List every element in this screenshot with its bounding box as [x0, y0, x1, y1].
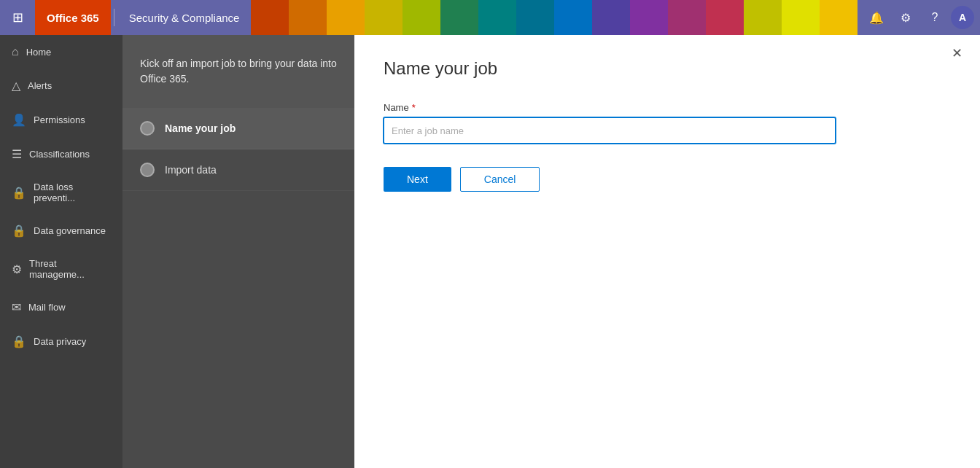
wizard-step-import-data[interactable]: Import data [122, 149, 354, 191]
sidebar-item-classifications-label: Classifications [29, 149, 90, 160]
avatar[interactable]: A [951, 6, 974, 29]
data-privacy-icon: 🔒 [12, 335, 26, 348]
sidebar-item-data-privacy-label: Data privacy [34, 336, 86, 347]
main-layout: ⌂ Home △ Alerts 👤 Permissions ☰ Classifi… [0, 35, 980, 468]
topbar-rainbow [251, 0, 858, 35]
step-1-circle [140, 121, 155, 136]
sidebar-item-threat-management[interactable]: ⚙ Threat manageme... [0, 248, 122, 290]
sidebar-item-data-privacy[interactable]: 🔒 Data privacy [0, 324, 122, 359]
sidebar-item-home-label: Home [26, 47, 52, 58]
wizard-step-2-label: Import data [165, 164, 217, 176]
name-label: Name * [384, 102, 951, 113]
sidebar-item-alerts[interactable]: △ Alerts [0, 69, 122, 103]
cancel-button[interactable]: Cancel [460, 167, 540, 192]
wizard-steps: Name your job Import data [122, 108, 354, 191]
classifications-icon: ☰ [12, 147, 22, 161]
sidebar-item-data-loss-label: Data loss preventi... [34, 182, 111, 203]
notification-button[interactable]: 🔔 [863, 4, 890, 31]
sidebar-item-data-governance[interactable]: 🔒 Data governance [0, 214, 122, 248]
required-star: * [412, 102, 416, 113]
wizard-step-name-job[interactable]: Name your job [122, 108, 354, 149]
data-loss-icon: 🔒 [12, 186, 26, 200]
sidebar-item-data-loss[interactable]: 🔒 Data loss preventi... [0, 171, 122, 214]
home-icon: ⌂ [12, 45, 19, 58]
content-area: ✕ Name your job Name * Next Cancel [354, 35, 980, 468]
next-button[interactable]: Next [384, 167, 451, 192]
sidebar-item-alerts-label: Alerts [28, 80, 52, 91]
threat-management-icon: ⚙ [12, 262, 22, 276]
topbar: ⊞ Office 365 Security & Compliance 🔔 ⚙ ?… [0, 0, 980, 35]
data-governance-icon: 🔒 [12, 224, 26, 238]
alerts-icon: △ [12, 79, 20, 93]
permissions-icon: 👤 [12, 113, 26, 127]
sidebar-item-mail-flow-label: Mail flow [28, 302, 66, 313]
sidebar-item-classifications[interactable]: ☰ Classifications [0, 137, 122, 171]
mail-flow-icon: ✉ [12, 300, 21, 314]
sidebar-item-threat-management-label: Threat manageme... [29, 258, 111, 280]
sidebar: ⌂ Home △ Alerts 👤 Permissions ☰ Classifi… [0, 35, 122, 468]
topbar-icons: 🔔 ⚙ ? A [858, 4, 980, 31]
settings-button[interactable]: ⚙ [892, 4, 919, 31]
sidebar-item-permissions[interactable]: 👤 Permissions [0, 103, 122, 137]
waffle-button[interactable]: ⊞ [0, 0, 35, 35]
form-title: Name your job [384, 58, 951, 79]
waffle-icon: ⊞ [12, 9, 23, 26]
wizard-panel: Kick off an import job to bring your dat… [122, 35, 354, 468]
close-button[interactable]: ✕ [952, 47, 962, 60]
sidebar-item-data-governance-label: Data governance [34, 225, 106, 236]
section-name: Security & Compliance [117, 12, 252, 24]
step-2-circle [140, 163, 155, 177]
sidebar-item-permissions-label: Permissions [34, 114, 85, 125]
help-button[interactable]: ? [922, 4, 948, 31]
app-name: Office 365 [35, 0, 111, 35]
app-name-label: Office 365 [47, 12, 99, 24]
sidebar-item-home[interactable]: ⌂ Home [0, 35, 122, 69]
wizard-header: Kick off an import job to bring your dat… [122, 35, 354, 108]
form-actions: Next Cancel [384, 167, 951, 192]
job-name-input[interactable] [384, 117, 836, 144]
topbar-divider [114, 9, 114, 26]
wizard-step-1-label: Name your job [165, 122, 236, 134]
sidebar-item-mail-flow[interactable]: ✉ Mail flow [0, 290, 122, 324]
wizard-header-text: Kick off an import job to bring your dat… [140, 56, 337, 87]
